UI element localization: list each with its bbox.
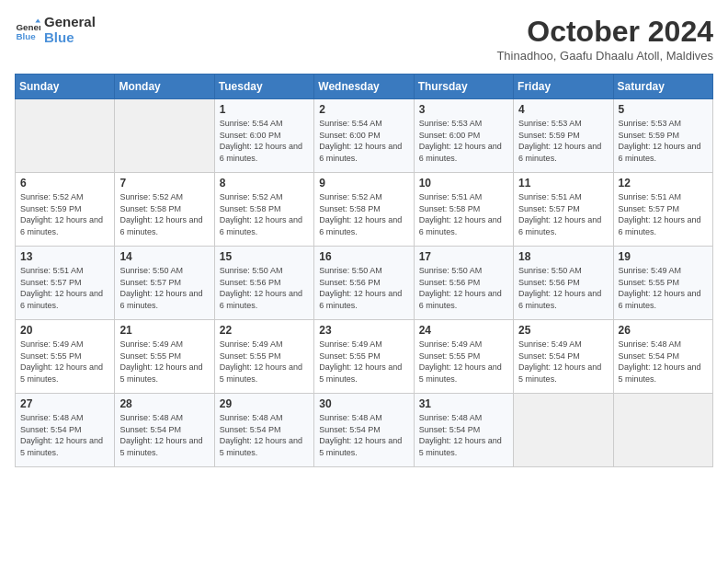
day-info: Sunrise: 5:49 AM Sunset: 5:55 PM Dayligh… — [619, 265, 708, 311]
calendar-cell: 15Sunrise: 5:50 AM Sunset: 5:56 PM Dayli… — [214, 247, 313, 320]
calendar-week-row: 27Sunrise: 5:48 AM Sunset: 5:54 PM Dayli… — [16, 394, 713, 467]
day-info: Sunrise: 5:50 AM Sunset: 5:56 PM Dayligh… — [319, 265, 408, 311]
calendar-cell: 28Sunrise: 5:48 AM Sunset: 5:54 PM Dayli… — [115, 394, 214, 467]
calendar-cell: 6Sunrise: 5:52 AM Sunset: 5:59 PM Daylig… — [16, 173, 115, 247]
day-info: Sunrise: 5:52 AM Sunset: 5:58 PM Dayligh… — [319, 191, 408, 237]
calendar-cell: 17Sunrise: 5:50 AM Sunset: 5:56 PM Dayli… — [414, 247, 513, 320]
calendar-cell: 29Sunrise: 5:48 AM Sunset: 5:54 PM Dayli… — [214, 394, 313, 467]
day-info: Sunrise: 5:50 AM Sunset: 5:57 PM Dayligh… — [119, 265, 209, 311]
day-info: Sunrise: 5:50 AM Sunset: 5:56 PM Dayligh… — [518, 265, 608, 311]
day-number: 15 — [220, 250, 309, 263]
calendar-cell: 13Sunrise: 5:51 AM Sunset: 5:57 PM Dayli… — [16, 247, 115, 320]
day-info: Sunrise: 5:53 AM Sunset: 6:00 PM Dayligh… — [419, 118, 508, 164]
calendar-cell: 11Sunrise: 5:51 AM Sunset: 5:57 PM Dayli… — [514, 173, 613, 247]
calendar-week-row: 1Sunrise: 5:54 AM Sunset: 6:00 PM Daylig… — [16, 99, 713, 173]
day-info: Sunrise: 5:51 AM Sunset: 5:57 PM Dayligh… — [20, 265, 109, 311]
day-info: Sunrise: 5:48 AM Sunset: 5:54 PM Dayligh… — [119, 412, 209, 458]
calendar-cell: 19Sunrise: 5:49 AM Sunset: 5:55 PM Dayli… — [613, 247, 712, 320]
day-number: 10 — [419, 177, 508, 190]
day-info: Sunrise: 5:52 AM Sunset: 5:58 PM Dayligh… — [119, 191, 209, 237]
day-number: 13 — [20, 250, 109, 263]
day-number: 17 — [419, 250, 508, 263]
day-number: 9 — [319, 177, 408, 190]
svg-marker-2 — [35, 18, 40, 22]
calendar-cell: 25Sunrise: 5:49 AM Sunset: 5:54 PM Dayli… — [514, 320, 613, 394]
calendar-cell: 1Sunrise: 5:54 AM Sunset: 6:00 PM Daylig… — [214, 99, 313, 173]
weekday-header: Sunday — [16, 75, 115, 99]
day-info: Sunrise: 5:51 AM Sunset: 5:57 PM Dayligh… — [619, 191, 708, 237]
day-number: 29 — [220, 397, 309, 410]
calendar-cell: 7Sunrise: 5:52 AM Sunset: 5:58 PM Daylig… — [115, 173, 214, 247]
logo-line2: Blue — [44, 30, 96, 46]
day-info: Sunrise: 5:52 AM Sunset: 5:58 PM Dayligh… — [220, 191, 309, 237]
day-info: Sunrise: 5:48 AM Sunset: 5:54 PM Dayligh… — [220, 412, 309, 458]
calendar-cell: 21Sunrise: 5:49 AM Sunset: 5:55 PM Dayli… — [115, 320, 214, 394]
logo-icon: General Blue — [15, 17, 40, 43]
calendar-week-row: 6Sunrise: 5:52 AM Sunset: 5:59 PM Daylig… — [16, 173, 713, 247]
month-title: October 2024 — [496, 15, 713, 49]
calendar-cell: 4Sunrise: 5:53 AM Sunset: 5:59 PM Daylig… — [514, 99, 613, 173]
weekday-header: Thursday — [414, 75, 513, 99]
day-info: Sunrise: 5:50 AM Sunset: 5:56 PM Dayligh… — [419, 265, 508, 311]
day-info: Sunrise: 5:48 AM Sunset: 5:54 PM Dayligh… — [419, 412, 508, 458]
day-number: 2 — [319, 103, 408, 116]
day-number: 30 — [319, 397, 408, 410]
calendar-cell — [115, 99, 214, 173]
calendar-header-row: SundayMondayTuesdayWednesdayThursdayFrid… — [16, 75, 713, 99]
day-number: 19 — [619, 250, 708, 263]
calendar-body: 1Sunrise: 5:54 AM Sunset: 6:00 PM Daylig… — [16, 99, 713, 467]
day-number: 22 — [220, 324, 309, 337]
day-info: Sunrise: 5:50 AM Sunset: 5:56 PM Dayligh… — [220, 265, 309, 311]
day-number: 23 — [319, 324, 408, 337]
calendar-cell: 26Sunrise: 5:48 AM Sunset: 5:54 PM Dayli… — [613, 320, 712, 394]
weekday-header: Monday — [115, 75, 214, 99]
day-number: 8 — [220, 177, 309, 190]
calendar-cell: 8Sunrise: 5:52 AM Sunset: 5:58 PM Daylig… — [214, 173, 313, 247]
weekday-header: Tuesday — [214, 75, 313, 99]
day-number: 27 — [20, 397, 109, 410]
day-info: Sunrise: 5:51 AM Sunset: 5:58 PM Dayligh… — [419, 191, 508, 237]
day-number: 14 — [119, 250, 209, 263]
calendar-cell — [613, 394, 712, 467]
day-info: Sunrise: 5:49 AM Sunset: 5:55 PM Dayligh… — [220, 339, 309, 385]
calendar-cell: 16Sunrise: 5:50 AM Sunset: 5:56 PM Dayli… — [314, 247, 414, 320]
day-info: Sunrise: 5:51 AM Sunset: 5:57 PM Dayligh… — [518, 191, 608, 237]
day-info: Sunrise: 5:53 AM Sunset: 5:59 PM Dayligh… — [518, 118, 608, 164]
day-number: 6 — [20, 177, 109, 190]
day-info: Sunrise: 5:49 AM Sunset: 5:55 PM Dayligh… — [119, 339, 209, 385]
day-info: Sunrise: 5:49 AM Sunset: 5:55 PM Dayligh… — [20, 339, 109, 385]
day-number: 28 — [119, 397, 209, 410]
location-subtitle: Thinadhoo, Gaafu Dhaalu Atoll, Maldives — [496, 49, 713, 63]
calendar-cell: 2Sunrise: 5:54 AM Sunset: 6:00 PM Daylig… — [314, 99, 414, 173]
day-number: 24 — [419, 324, 508, 337]
day-info: Sunrise: 5:54 AM Sunset: 6:00 PM Dayligh… — [319, 118, 408, 164]
calendar-week-row: 20Sunrise: 5:49 AM Sunset: 5:55 PM Dayli… — [16, 320, 713, 394]
day-number: 12 — [619, 177, 708, 190]
calendar-week-row: 13Sunrise: 5:51 AM Sunset: 5:57 PM Dayli… — [16, 247, 713, 320]
day-number: 20 — [20, 324, 109, 337]
calendar-cell: 5Sunrise: 5:53 AM Sunset: 5:59 PM Daylig… — [613, 99, 712, 173]
calendar-cell: 9Sunrise: 5:52 AM Sunset: 5:58 PM Daylig… — [314, 173, 414, 247]
day-info: Sunrise: 5:48 AM Sunset: 5:54 PM Dayligh… — [20, 412, 109, 458]
day-info: Sunrise: 5:49 AM Sunset: 5:54 PM Dayligh… — [518, 339, 608, 385]
calendar-cell — [16, 99, 115, 173]
day-number: 7 — [119, 177, 209, 190]
day-info: Sunrise: 5:54 AM Sunset: 6:00 PM Dayligh… — [220, 118, 309, 164]
day-number: 18 — [518, 250, 608, 263]
weekday-header: Saturday — [613, 75, 712, 99]
calendar-cell: 23Sunrise: 5:49 AM Sunset: 5:55 PM Dayli… — [314, 320, 414, 394]
calendar-cell: 22Sunrise: 5:49 AM Sunset: 5:55 PM Dayli… — [214, 320, 313, 394]
day-number: 26 — [619, 324, 708, 337]
calendar-cell: 10Sunrise: 5:51 AM Sunset: 5:58 PM Dayli… — [414, 173, 513, 247]
title-block: October 2024 Thinadhoo, Gaafu Dhaalu Ato… — [496, 15, 713, 63]
day-info: Sunrise: 5:48 AM Sunset: 5:54 PM Dayligh… — [619, 339, 708, 385]
calendar-cell: 27Sunrise: 5:48 AM Sunset: 5:54 PM Dayli… — [16, 394, 115, 467]
day-number: 5 — [619, 103, 708, 116]
day-info: Sunrise: 5:49 AM Sunset: 5:55 PM Dayligh… — [319, 339, 408, 385]
day-number: 25 — [518, 324, 608, 337]
day-number: 31 — [419, 397, 508, 410]
weekday-header: Wednesday — [314, 75, 414, 99]
logo: General Blue General Blue — [15, 15, 96, 45]
calendar-cell: 12Sunrise: 5:51 AM Sunset: 5:57 PM Dayli… — [613, 173, 712, 247]
calendar-cell: 14Sunrise: 5:50 AM Sunset: 5:57 PM Dayli… — [115, 247, 214, 320]
